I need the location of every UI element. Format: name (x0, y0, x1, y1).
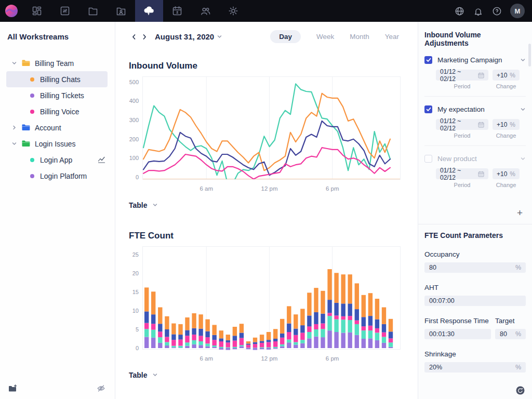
table-toggle-label: Table (129, 201, 148, 209)
chevron-down-icon[interactable] (520, 156, 526, 162)
workstream-label: Billing Voice (40, 108, 79, 116)
nav-reports-button[interactable] (51, 0, 79, 22)
adjustment-checkbox[interactable] (424, 155, 432, 163)
sidebar-folder-account[interactable]: Account (6, 119, 108, 136)
frt-input[interactable]: 00:01:30 (424, 329, 491, 339)
change-field[interactable]: +10 % (493, 168, 520, 179)
files-icon (87, 5, 99, 17)
sidebar-item-billing-chats[interactable]: Billing Chats (6, 71, 108, 87)
hide-sidebar-eye-off-icon[interactable] (97, 384, 105, 394)
svg-text:0: 0 (136, 345, 139, 351)
inbound-volume-adjustments-section: Inbound Volume Adjustments Marketing Cam… (418, 22, 532, 224)
tab-week[interactable]: Week (316, 33, 334, 41)
settings-icon (228, 5, 239, 17)
adjustment-label: New product (437, 155, 477, 163)
frt-target-row: First Response Time 00:01:30 Target 80 % (424, 306, 526, 339)
line-chart-svg: 01002003004005006 am12 pm6 pm (127, 75, 402, 195)
nav-contacts-button[interactable] (107, 0, 135, 22)
nav-dashboard-button[interactable] (23, 0, 51, 22)
adjustment-checkbox[interactable] (424, 56, 432, 64)
nav-people-button[interactable] (191, 0, 219, 22)
chevron-down-icon[interactable] (11, 60, 17, 66)
add-workstream-folder-icon[interactable] (8, 384, 17, 394)
nav-settings-button[interactable] (219, 0, 247, 22)
period-field[interactable]: 01/12 ~ 02/12 (436, 168, 488, 179)
percent-suffix: % (510, 72, 515, 79)
date-dropdown-caret-icon[interactable] (217, 34, 222, 39)
period-caption: Period (436, 182, 488, 188)
workstream-color-dot (30, 110, 34, 114)
adjustment-label: Marketing Campaign (437, 56, 502, 64)
period-value: 01/12 ~ 02/12 (440, 68, 478, 83)
previous-date-button[interactable] (129, 31, 139, 43)
calendar-icon[interactable] (478, 72, 484, 78)
chevron-down-icon[interactable] (520, 57, 526, 63)
sidebar-item-billing-voice[interactable]: Billing Voice (6, 103, 108, 119)
fte-count-chart: 05101520256 am12 pm6 pm (127, 245, 418, 367)
nav-files-button[interactable] (79, 0, 107, 22)
target-column: Target 80 % (495, 306, 526, 339)
workstream-label: Billing Tickets (40, 91, 84, 100)
language-icon (454, 6, 465, 17)
occupancy-input[interactable]: 80 % (424, 262, 526, 273)
workstream-color-dot (30, 158, 34, 162)
adjustment-fields: 01/12 ~ 02/12 +10 % (436, 168, 526, 179)
sidebar-folder-billing-team[interactable]: Billing Team (6, 55, 108, 71)
aht-label: AHT (424, 284, 526, 291)
change-field[interactable]: +10 % (493, 119, 520, 130)
period-caption: Period (436, 132, 488, 139)
tab-month[interactable]: Month (350, 33, 369, 41)
sidebar-item-login-app[interactable]: Login App (6, 152, 108, 168)
adjustment-checkbox[interactable] (424, 105, 432, 113)
change-caption: Change (493, 132, 520, 139)
svg-text:400: 400 (129, 98, 139, 104)
nav-notifications-button[interactable] (469, 0, 487, 22)
calendar-icon[interactable] (478, 171, 484, 177)
workstreams-sidebar: All Workstreams Billing Team Billing Cha… (0, 22, 115, 399)
nav-schedule-button[interactable] (163, 0, 191, 22)
period-field[interactable]: 01/12 ~ 02/12 (436, 119, 488, 130)
adjustment-fields: 01/12 ~ 02/12 +10 % (436, 119, 526, 130)
target-value: 80 (500, 330, 507, 338)
top-nav: M (0, 0, 532, 22)
target-label: Target (495, 317, 526, 325)
date-label[interactable]: August 31, 2020 (155, 32, 214, 41)
table-toggle-label: Table (129, 371, 148, 379)
target-input[interactable]: 80 % (495, 329, 526, 339)
period-field[interactable]: 01/12 ~ 02/12 (436, 70, 488, 81)
workstream-folder-label: Login Issues (35, 140, 76, 148)
nav-forecast-button[interactable] (135, 0, 163, 22)
aht-input[interactable]: 00:07:00 (424, 296, 526, 306)
reset-parameters-button[interactable] (516, 386, 525, 395)
change-field[interactable]: +10 % (493, 70, 520, 81)
top-nav-left (0, 0, 247, 22)
chevron-down-icon[interactable] (520, 107, 526, 112)
chevron-down-icon[interactable] (11, 141, 17, 147)
add-adjustment-button[interactable]: + (517, 208, 523, 218)
svg-text:5: 5 (136, 326, 139, 332)
workstream-label: Billing Chats (40, 75, 81, 84)
tab-day[interactable]: Day (270, 30, 301, 43)
user-avatar[interactable]: M (510, 4, 525, 18)
sidebar-folder-login-issues[interactable]: Login Issues (6, 136, 108, 152)
next-date-button[interactable] (139, 31, 150, 43)
calendar-icon[interactable] (478, 122, 484, 128)
sidebar-item-billing-tickets[interactable]: Billing Tickets (6, 87, 108, 103)
schedule-icon (171, 5, 183, 17)
adjustment-header: New product (424, 155, 526, 163)
nav-help-button[interactable] (487, 0, 506, 22)
nav-logo-button[interactable] (0, 0, 23, 22)
shrinkage-input[interactable]: 20% % (424, 362, 526, 373)
adjustment-field-labels: Period Change (436, 132, 526, 139)
nav-language-button[interactable] (450, 0, 469, 22)
fte-table-toggle[interactable]: Table (129, 371, 158, 379)
right-panel-scrollbar-thumb[interactable] (528, 44, 531, 66)
tab-year[interactable]: Year (385, 33, 399, 41)
svg-text:0: 0 (136, 174, 139, 180)
adjustment-cards: Marketing Campaign 01/12 ~ 02/12 +10 % P… (424, 56, 526, 195)
inbound-table-toggle[interactable]: Table (129, 201, 158, 209)
help-icon (491, 6, 502, 17)
chevron-right-icon[interactable] (11, 125, 17, 130)
sidebar-item-login-platform[interactable]: Login Platform (6, 168, 108, 184)
period-caption: Period (436, 83, 488, 89)
